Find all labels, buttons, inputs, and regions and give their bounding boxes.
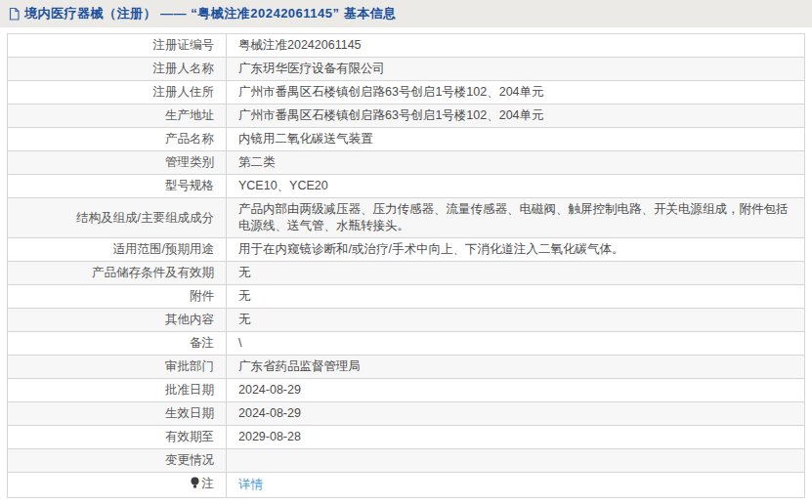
row-label: 型号规格 <box>8 175 227 198</box>
table-row: 批准日期2024-08-29 <box>8 379 805 402</box>
row-label: 生产地址 <box>8 105 227 128</box>
row-label: 附件 <box>8 285 227 309</box>
row-label: 生效日期 <box>8 402 227 426</box>
table-row: 管理类别第二类 <box>8 151 805 175</box>
row-value: \ <box>227 332 805 356</box>
row-value: 内镜用二氧化碳送气装置 <box>227 128 805 151</box>
row-value: 广东玥华医疗设备有限公司 <box>227 58 805 81</box>
table-row: 其他内容无 <box>8 309 805 332</box>
row-value: 2024-08-29 <box>227 379 805 402</box>
row-value: 广州市番禺区石楼镇创启路63号创启1号楼102、204单元 <box>227 105 805 128</box>
row-label: 有效期至 <box>8 426 227 449</box>
registration-table-body: 注册证编号粤械注准20242061145注册人名称广东玥华医疗设备有限公司注册人… <box>8 34 805 498</box>
table-row: 附件无 <box>8 285 805 309</box>
row-label: 批准日期 <box>8 379 227 402</box>
table-row: 注册人住所广州市番禺区石楼镇创启路63号创启1号楼102、204单元 <box>8 81 805 105</box>
row-value: 无 <box>227 285 805 309</box>
row-value: 粤械注准20242061145 <box>227 34 805 58</box>
table-row: 注册人名称广东玥华医疗设备有限公司 <box>8 58 805 81</box>
row-value <box>227 449 805 473</box>
table-row: 变更情况 <box>8 449 805 473</box>
table-row: 注详情 <box>8 473 805 498</box>
row-value: 广州市番禺区石楼镇创启路63号创启1号楼102、204单元 <box>227 81 805 105</box>
page-title: 境内医疗器械（注册） —— “粤械注准20242061145” 基本信息 <box>24 5 397 22</box>
row-value: 无 <box>227 309 805 332</box>
row-value: 广东省药品监督管理局 <box>227 356 805 379</box>
table-row: 生产地址广州市番禺区石楼镇创启路63号创启1号楼102、204单元 <box>8 105 805 128</box>
table-row: 产品储存条件及有效期无 <box>8 262 805 285</box>
row-value: 产品内部由两级减压器、压力传感器、流量传感器、电磁阀、触屏控制电路、开关电源组成… <box>227 198 805 238</box>
table-row: 型号规格YCE10、YCE20 <box>8 175 805 198</box>
detail-link[interactable]: 详情 <box>238 478 263 491</box>
row-label: 注册人住所 <box>8 81 227 105</box>
page-header: 境内医疗器械（注册） —— “粤械注准20242061145” 基本信息 <box>0 0 812 27</box>
row-label: 变更情况 <box>8 449 227 473</box>
row-label: 管理类别 <box>8 151 227 175</box>
table-row: 备注\ <box>8 332 805 356</box>
row-value: 用于在内窥镜诊断和/或治疗/手术中向上、下消化道注入二氧化碳气体。 <box>227 238 805 262</box>
row-label: 适用范围/预期用途 <box>8 238 227 262</box>
row-label: 结构及组成/主要组成成分 <box>8 198 227 238</box>
row-label: 其他内容 <box>8 309 227 332</box>
row-label: 注册人名称 <box>8 58 227 81</box>
table-row: 有效期至2029-08-28 <box>8 426 805 449</box>
row-label: 审批部门 <box>8 356 227 379</box>
row-label: 注册证编号 <box>8 34 227 58</box>
bulb-icon <box>191 477 199 494</box>
row-value: 无 <box>227 262 805 285</box>
table-row: 审批部门广东省药品监督管理局 <box>8 356 805 379</box>
row-label: 产品名称 <box>8 128 227 151</box>
row-label: 备注 <box>8 332 227 356</box>
row-value: YCE10、YCE20 <box>227 175 805 198</box>
table-row: 生效日期2024-08-29 <box>8 402 805 426</box>
table-row: 产品名称内镜用二氧化碳送气装置 <box>8 128 805 151</box>
row-value: 详情 <box>227 473 805 498</box>
table-row: 结构及组成/主要组成成分产品内部由两级减压器、压力传感器、流量传感器、电磁阀、触… <box>8 198 805 238</box>
row-value: 2029-08-28 <box>227 426 805 449</box>
table-row: 注册证编号粤械注准20242061145 <box>8 34 805 58</box>
row-value: 2024-08-29 <box>227 402 805 426</box>
row-value: 第二类 <box>227 151 805 175</box>
row-label: 产品储存条件及有效期 <box>8 262 227 285</box>
registration-info-table: 注册证编号粤械注准20242061145注册人名称广东玥华医疗设备有限公司注册人… <box>7 33 805 498</box>
page: 境内医疗器械（注册） —— “粤械注准20242061145” 基本信息 注册证… <box>0 0 812 504</box>
row-label: 注 <box>8 473 227 498</box>
document-icon <box>8 7 21 21</box>
table-row: 适用范围/预期用途用于在内窥镜诊断和/或治疗/手术中向上、下消化道注入二氧化碳气… <box>8 238 805 262</box>
